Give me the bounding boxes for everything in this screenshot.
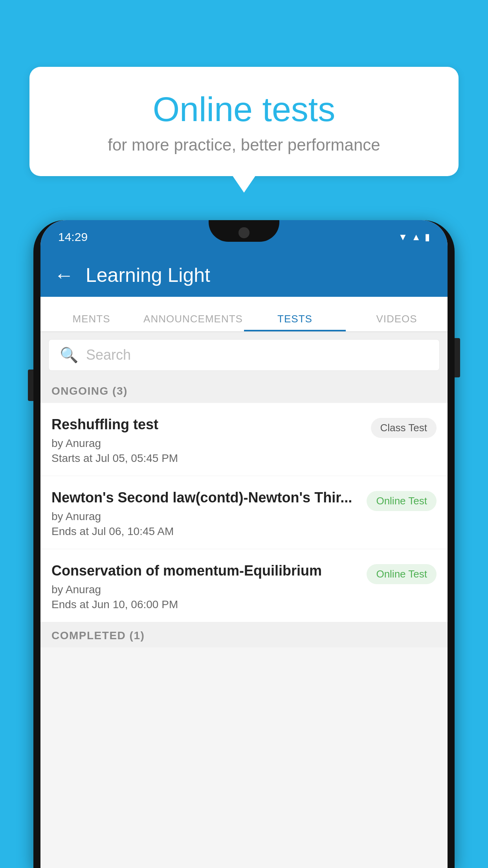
test-name-1: Reshuffling test [51,416,363,433]
search-placeholder: Search [86,347,131,363]
tabs-bar: MENTS ANNOUNCEMENTS TESTS VIDEOS [40,297,448,332]
test-date-2: Ends at Jul 06, 10:45 AM [51,525,359,538]
status-time: 14:29 [58,230,88,244]
app-title: Learning Light [86,264,210,287]
test-item-2[interactable]: Newton's Second law(contd)-Newton's Thir… [40,476,448,549]
test-name-3: Conservation of momentum-Equilibrium [51,562,359,579]
tab-ments[interactable]: MENTS [40,297,142,331]
status-icons: ▼ ▲ ▮ [398,232,430,243]
test-info-3: Conservation of momentum-Equilibrium by … [51,562,359,611]
volume-button [28,370,33,401]
bubble-title: Online tests [49,90,439,129]
phone-screen: 14:29 ▼ ▲ ▮ ← Learning Light MENTS ANNOU… [40,220,448,868]
test-by-1: by Anurag [51,437,363,450]
status-bar: 14:29 ▼ ▲ ▮ [40,220,448,254]
completed-section-header: COMPLETED (1) [40,622,448,647]
search-container: 🔍 Search [40,332,448,378]
back-button[interactable]: ← [54,264,74,287]
signal-icon: ▲ [411,232,421,243]
test-badge-1: Class Test [371,418,437,438]
test-name-2: Newton's Second law(contd)-Newton's Thir… [51,489,359,506]
tab-announcements[interactable]: ANNOUNCEMENTS [142,297,244,331]
power-button [455,338,460,377]
ongoing-section-title: ONGOING (3) [51,385,128,397]
test-list: Reshuffling test by Anurag Starts at Jul… [40,403,448,622]
app-bar: ← Learning Light [40,254,448,297]
notch [209,220,279,242]
test-item-3[interactable]: Conservation of momentum-Equilibrium by … [40,549,448,622]
test-by-3: by Anurag [51,583,359,596]
completed-section-title: COMPLETED (1) [51,629,145,642]
speech-bubble: Online tests for more practice, better p… [29,67,459,176]
test-badge-3: Online Test [367,564,437,584]
test-item-1[interactable]: Reshuffling test by Anurag Starts at Jul… [40,403,448,476]
phone-frame: 14:29 ▼ ▲ ▮ ← Learning Light MENTS ANNOU… [33,220,455,868]
tab-tests[interactable]: TESTS [244,297,346,331]
camera [238,227,250,238]
test-info-2: Newton's Second law(contd)-Newton's Thir… [51,489,359,538]
battery-icon: ▮ [425,232,430,243]
search-box[interactable]: 🔍 Search [48,339,440,371]
tab-videos[interactable]: VIDEOS [346,297,448,331]
test-badge-2: Online Test [367,491,437,511]
search-icon: 🔍 [60,346,78,364]
bubble-subtitle: for more practice, better performance [49,136,439,154]
ongoing-section-header: ONGOING (3) [40,378,448,403]
wifi-icon: ▼ [398,232,407,243]
test-date-1: Starts at Jul 05, 05:45 PM [51,452,363,465]
test-info-1: Reshuffling test by Anurag Starts at Jul… [51,416,363,465]
test-by-2: by Anurag [51,510,359,523]
test-date-3: Ends at Jun 10, 06:00 PM [51,598,359,611]
